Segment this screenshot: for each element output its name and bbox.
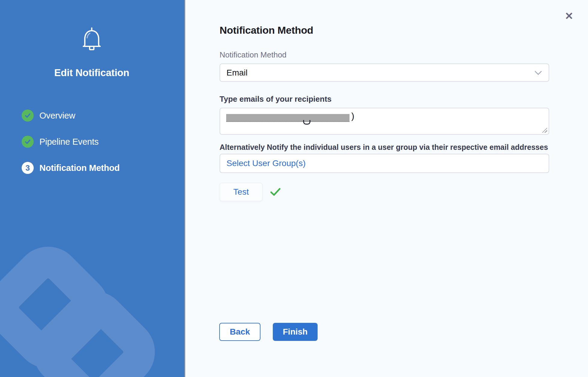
at-sign-descender [303,120,310,125]
bell-icon [81,27,103,51]
wizard-sidebar: Edit Notification Overview Pipeline Even… [0,0,185,377]
edit-notification-modal: Edit Notification Overview Pipeline Even… [0,0,588,377]
notification-method-select[interactable]: Email [220,63,549,82]
finish-button[interactable]: Finish [273,323,318,341]
resize-grip[interactable] [542,128,547,133]
step-done-badge [22,136,34,148]
test-button[interactable]: Test [220,183,263,201]
selected-method-value: Email [226,68,536,78]
redacted-email-suffix: ) [351,111,354,121]
select-user-groups-link: Select User Group(s) [226,159,306,168]
sidebar-header: Edit Notification [0,0,183,79]
step-label: Notification Method [39,163,120,173]
step-done-badge [22,110,34,122]
wizard-footer: Back Finish [219,323,318,341]
test-success-check-icon [270,188,281,196]
wizard-steps: Overview Pipeline Events 3 Notification … [22,110,120,174]
test-row: Test [220,183,281,201]
recipients-label: Type emails of your recipients [220,94,331,104]
step-overview[interactable]: Overview [22,110,120,122]
step-notification-method[interactable]: 3 Notification Method [22,162,120,174]
method-label: Notification Method [220,50,287,59]
logo-ring-2 [20,278,169,377]
wizard-title: Edit Notification [0,67,183,79]
select-user-groups-button[interactable]: Select User Group(s) [220,154,549,173]
step-number-badge: 3 [22,162,34,174]
chevron-down-icon [534,68,542,75]
user-group-label: Alternatively Notify the individual user… [220,143,548,152]
step-label: Pipeline Events [39,137,99,147]
step-check-icon [24,138,31,145]
step-label: Overview [39,111,75,121]
page-title: Notification Method [220,24,313,36]
step-check-icon [24,112,31,119]
back-button[interactable]: Back [219,323,260,341]
recipients-textarea[interactable]: ) [220,108,549,135]
redacted-email-value [226,114,349,122]
notification-method-panel: ✕ Notification Method Notification Metho… [185,0,588,377]
logo-ring-1 [0,233,122,377]
step-pipeline-events[interactable]: Pipeline Events [22,136,120,148]
close-icon[interactable]: ✕ [562,9,576,23]
